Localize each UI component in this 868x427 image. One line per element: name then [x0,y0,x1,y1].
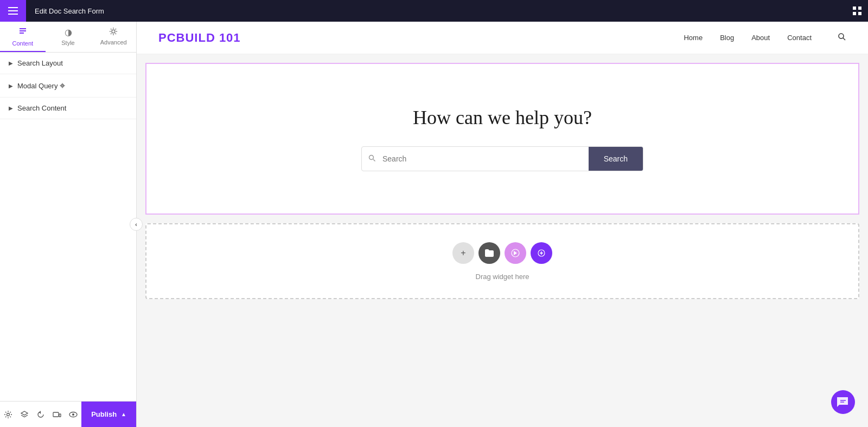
sidebar: Content ◑ Style Advanced ▶ Search Layout… [0,22,137,427]
svg-rect-0 [8,7,18,8]
responsive-tool-button[interactable] [49,402,65,428]
grid-icon[interactable] [846,0,868,22]
search-widget-section: How can we help you? Search [145,63,859,215]
nav-about[interactable]: About [751,34,770,42]
section-modal-query-label: Modal Query [17,82,58,90]
svg-rect-1 [8,10,18,11]
tab-advanced[interactable]: Advanced [91,22,136,52]
tab-content[interactable]: Content [0,22,46,52]
drop-zone-label: Drag widget here [476,273,529,281]
tab-style-label: Style [61,40,74,46]
svg-point-15 [369,155,374,159]
svg-rect-2 [8,14,18,15]
main-layout: Content ◑ Style Advanced ▶ Search Layout… [0,22,868,427]
page-title: Edit Doc Search Form [26,7,846,15]
preview-tool-button[interactable] [65,402,81,428]
history-tool-button[interactable] [33,402,49,428]
sidebar-section-modal-query[interactable]: ▶ Modal Query ⌖ [0,74,136,98]
sidebar-tabs: Content ◑ Style Advanced [0,22,136,53]
chat-bubble-button[interactable] [831,390,855,414]
layers-tool-button[interactable] [16,402,33,428]
nav-search-icon[interactable] [838,33,846,43]
svg-rect-11 [59,414,61,417]
svg-rect-6 [858,12,861,15]
widget-folder-button[interactable] [478,242,500,264]
svg-point-14 [839,34,844,38]
plugin-button[interactable] [531,242,552,264]
tab-style[interactable]: ◑ Style [46,22,91,52]
style-icon: ◑ [65,27,72,37]
elementor-button[interactable] [505,242,526,264]
advanced-icon [109,27,118,37]
search-heading: How can we help you? [413,106,592,129]
sidebar-collapse-button[interactable]: ‹ [130,218,143,231]
publish-label: Publish [91,410,117,418]
svg-rect-10 [53,412,59,417]
search-button[interactable]: Search [589,147,643,171]
sidebar-section-search-layout[interactable]: ▶ Search Layout [0,53,136,74]
settings-tool-button[interactable] [0,402,16,428]
svg-rect-4 [858,7,861,10]
search-bar: Search [361,146,643,171]
bottom-toolbar: Publish ▲ [0,401,136,427]
nav-contact[interactable]: Contact [787,34,812,42]
site-nav: Home Blog About Contact [684,33,846,43]
top-bar: Edit Doc Search Form [0,0,868,22]
svg-rect-3 [853,7,856,10]
svg-rect-5 [853,12,856,15]
section-search-layout-label: Search Layout [17,59,63,67]
site-logo: PCBUILD 101 [158,31,684,45]
add-widget-button[interactable]: + [452,242,474,264]
search-bar-icon [362,154,382,164]
canvas-area: PCBUILD 101 Home Blog About Contact How … [137,22,868,427]
chevron-up-icon: ▲ [121,411,126,417]
drop-zone-buttons: + [452,242,552,264]
tab-advanced-label: Advanced [100,39,127,46]
sidebar-section-search-content[interactable]: ▶ Search Content [0,98,136,119]
drop-zone: + Drag widget here [145,223,859,299]
svg-point-9 [7,413,10,416]
content-icon [18,27,27,38]
nav-home[interactable]: Home [684,34,703,42]
chevron-right-icon-2: ▶ [9,83,13,89]
svg-point-13 [72,413,74,416]
nav-blog[interactable]: Blog [720,34,734,42]
tab-content-label: Content [12,40,34,47]
search-input[interactable] [382,147,589,171]
section-search-content-label: Search Content [17,104,66,112]
cursor-pointer: ⌖ [60,81,65,90]
svg-point-7 [112,30,115,33]
chevron-right-icon-3: ▶ [9,105,13,111]
publish-button[interactable]: Publish ▲ [81,402,136,428]
menu-icon[interactable] [0,0,26,22]
site-top-bar: PCBUILD 101 Home Blog About Contact [137,22,868,54]
chevron-right-icon: ▶ [9,60,13,66]
